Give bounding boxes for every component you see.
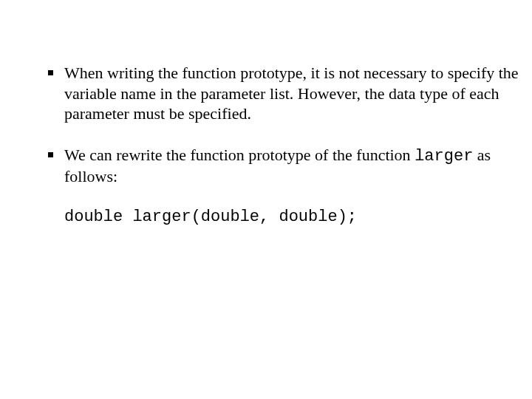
bullet-2-code-inline: larger bbox=[415, 147, 473, 166]
bullet-1-text: When writing the function prototype, it … bbox=[64, 64, 519, 123]
code-example-line: double larger(double, double); bbox=[64, 208, 532, 226]
bullet-2-text-a: We can rewrite the function prototype of… bbox=[64, 146, 415, 164]
bullet-list: When writing the function prototype, it … bbox=[46, 63, 532, 187]
bullet-item-1: When writing the function prototype, it … bbox=[46, 63, 532, 124]
slide-body: When writing the function prototype, it … bbox=[0, 0, 532, 399]
bullet-item-2: We can rewrite the function prototype of… bbox=[46, 145, 532, 187]
